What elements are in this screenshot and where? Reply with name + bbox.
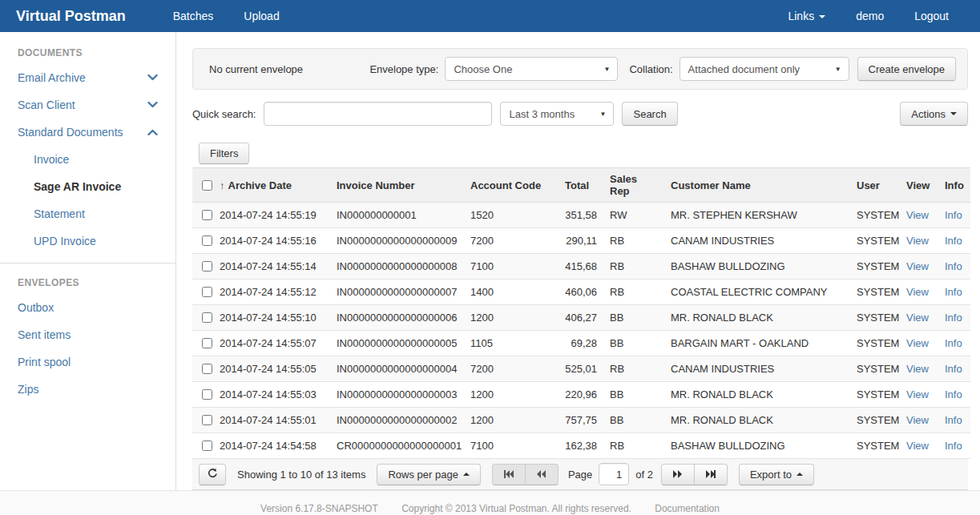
row-checkbox-cell xyxy=(192,331,213,356)
sidebar-item-scan-client[interactable]: Scan Client xyxy=(0,91,175,119)
cell-archive-date: 2014-07-24 14:55:01 xyxy=(213,408,330,433)
row-checkbox[interactable] xyxy=(202,441,212,451)
cell-user: SYSTEM xyxy=(850,203,900,228)
column-info: Info xyxy=(938,168,970,203)
row-checkbox[interactable] xyxy=(202,312,212,323)
nav-logout[interactable]: Logout xyxy=(899,10,964,22)
search-button[interactable]: Search xyxy=(622,102,677,126)
column-total[interactable]: Total xyxy=(559,168,603,203)
next-page-button[interactable] xyxy=(661,464,695,485)
sidebar-item-outbox[interactable]: Outbox xyxy=(0,294,175,321)
view-link[interactable]: View xyxy=(906,312,929,324)
cell-sales-rep: BB xyxy=(603,382,664,408)
cell-view: View xyxy=(900,203,938,228)
rows-per-page-button[interactable]: Rows per page xyxy=(377,464,480,485)
column-user[interactable]: User xyxy=(850,168,900,203)
create-envelope-button[interactable]: Create envelope xyxy=(857,57,956,81)
last-page-button[interactable] xyxy=(694,464,728,485)
actions-button[interactable]: Actions xyxy=(900,102,968,126)
first-page-icon xyxy=(503,469,514,479)
row-checkbox[interactable] xyxy=(202,210,212,220)
pagination-bar: Showing 1 to 10 of 13 items Rows per pag… xyxy=(192,459,968,490)
info-link[interactable]: Info xyxy=(945,363,962,375)
info-link[interactable]: Info xyxy=(945,260,962,272)
dropdown-arrow-icon: ▼ xyxy=(600,111,607,118)
sidebar-item-sent-items[interactable]: Sent items xyxy=(0,321,175,348)
row-checkbox[interactable] xyxy=(202,389,212,400)
row-checkbox[interactable] xyxy=(202,364,212,374)
info-link[interactable]: Info xyxy=(945,337,962,349)
envelope-type-select[interactable]: Choose One ▼ xyxy=(445,57,618,81)
sidebar-item-invoice[interactable]: Invoice xyxy=(0,146,175,173)
info-link[interactable]: Info xyxy=(945,235,962,247)
page-label: Page xyxy=(568,469,592,481)
view-link[interactable]: View xyxy=(906,414,929,426)
page-number-input[interactable] xyxy=(599,463,629,485)
refresh-button[interactable] xyxy=(199,464,226,485)
filters-button[interactable]: Filters xyxy=(199,143,249,164)
period-select[interactable]: Last 3 months ▼ xyxy=(500,102,614,126)
sidebar-item-statement[interactable]: Statement xyxy=(0,200,175,227)
cell-invoice-number: IN0000000000000000008 xyxy=(330,254,464,280)
cell-view: View xyxy=(900,331,938,356)
view-link[interactable]: View xyxy=(906,235,929,247)
nav-links-dropdown[interactable]: Links xyxy=(772,10,841,22)
view-link[interactable]: View xyxy=(906,260,929,272)
column-account-code[interactable]: Account Code xyxy=(464,168,559,203)
nav-user[interactable]: demo xyxy=(841,10,899,22)
cell-sales-rep: RB xyxy=(603,228,664,254)
main-content: No current envelope Envelope type: Choos… xyxy=(176,32,980,490)
previous-page-button[interactable] xyxy=(525,464,559,485)
row-checkbox[interactable] xyxy=(202,415,212,425)
view-link[interactable]: View xyxy=(906,337,929,349)
table-row: 2014-07-24 14:55:14 IN000000000000000000… xyxy=(192,254,970,280)
row-checkbox[interactable] xyxy=(202,261,212,272)
info-link[interactable]: Info xyxy=(945,286,962,298)
info-link[interactable]: Info xyxy=(945,414,962,426)
view-link[interactable]: View xyxy=(906,440,929,452)
row-checkbox[interactable] xyxy=(202,235,212,246)
cell-customer-name: BASHAW BULLDOZING xyxy=(664,433,850,459)
column-archive-date[interactable]: ↑Archive Date xyxy=(213,168,330,203)
copyright-text: Copyright © 2013 Virtual Postman. All ri… xyxy=(401,503,631,514)
view-link[interactable]: View xyxy=(906,286,929,298)
cell-account-code: 1400 xyxy=(464,280,559,305)
cell-customer-name: CANAM INDUSTRIES xyxy=(664,356,850,382)
documentation-link[interactable]: Documentation xyxy=(655,503,720,514)
page-footer: Version 6.17.8-SNAPSHOT Copyright © 2013… xyxy=(0,490,980,515)
collation-select[interactable]: Attached document only ▼ xyxy=(680,57,849,81)
row-checkbox[interactable] xyxy=(202,338,212,348)
column-customer-name[interactable]: Customer Name xyxy=(664,168,850,203)
nav-item-batches[interactable]: Batches xyxy=(158,10,229,22)
select-all-checkbox[interactable] xyxy=(202,180,212,191)
view-link[interactable]: View xyxy=(906,363,929,375)
sidebar-section-envelopes: ENVELOPES xyxy=(0,270,175,294)
cell-customer-name: COASTAL ELECTRIC COMPANY xyxy=(664,280,850,305)
info-link[interactable]: Info xyxy=(945,388,962,400)
column-sales-rep[interactable]: Sales Rep xyxy=(603,168,664,203)
sidebar-item-print-spool[interactable]: Print spool xyxy=(0,348,175,376)
info-link[interactable]: Info xyxy=(945,209,962,221)
sidebar-item-zips[interactable]: Zips xyxy=(0,376,175,403)
first-page-button[interactable] xyxy=(492,464,526,485)
info-link[interactable]: Info xyxy=(945,312,962,324)
cell-view: View xyxy=(900,305,938,331)
sidebar-item-upd-invoice[interactable]: UPD Invoice xyxy=(0,227,175,255)
cell-invoice-number: IN0000000000000000006 xyxy=(330,305,464,331)
view-link[interactable]: View xyxy=(906,209,929,221)
row-checkbox-cell xyxy=(192,228,213,254)
sidebar-item-sage-ar-invoice[interactable]: Sage AR Invoice xyxy=(0,173,175,200)
info-link[interactable]: Info xyxy=(945,440,962,452)
cell-account-code: 1105 xyxy=(464,331,559,356)
row-checkbox[interactable] xyxy=(202,287,212,297)
view-link[interactable]: View xyxy=(906,388,929,400)
sidebar-item-email-archive[interactable]: Email Archive xyxy=(0,64,175,91)
sidebar-item-standard-documents[interactable]: Standard Documents xyxy=(0,119,175,146)
brand-title[interactable]: Virtual Postman xyxy=(16,8,126,25)
nav-item-upload[interactable]: Upload xyxy=(228,10,294,22)
showing-items-text: Showing 1 to 10 of 13 items xyxy=(237,469,365,481)
caret-down-icon xyxy=(819,15,825,18)
search-input[interactable] xyxy=(264,102,492,126)
column-invoice-number[interactable]: Invoice Number xyxy=(330,168,464,203)
export-to-button[interactable]: Export to xyxy=(739,464,814,485)
